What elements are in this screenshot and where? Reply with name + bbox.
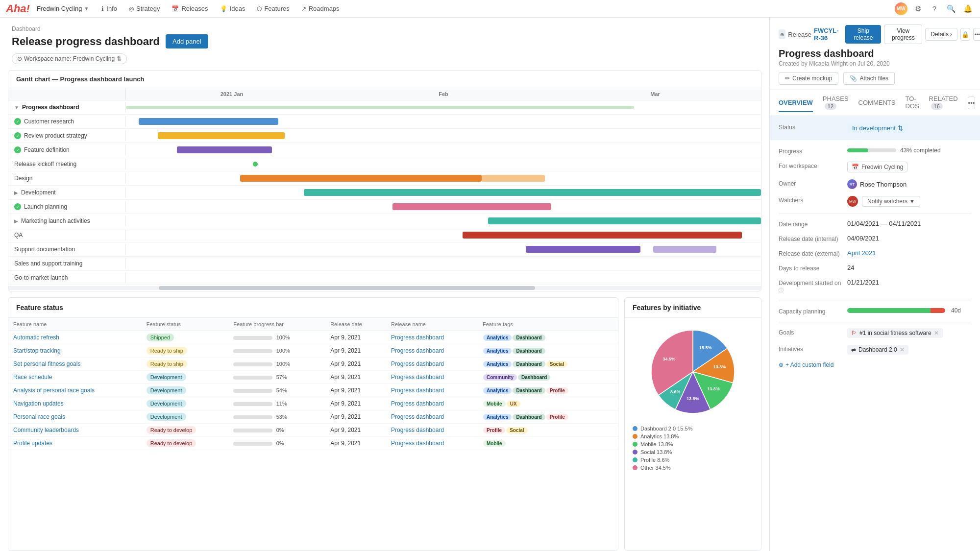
create-mockup-button[interactable]: ✏ Create mockup <box>779 72 838 85</box>
status-badge: Development <box>147 400 186 407</box>
ship-release-button[interactable]: Ship release <box>845 25 881 44</box>
release-name-link[interactable]: Progress dashboard <box>391 374 444 381</box>
page-title-row: Release progress dashboard Add panel <box>12 34 758 48</box>
gantt-row-text: Development <box>21 189 56 196</box>
release-name-link[interactable]: Progress dashboard <box>391 334 444 341</box>
ideas-icon: 💡 <box>220 5 227 12</box>
nav-item-info[interactable]: ℹ Info <box>96 2 123 15</box>
attach-files-button[interactable]: 📎 Attach files <box>843 72 895 85</box>
nav-item-ideas[interactable]: 💡 Ideas <box>214 2 251 15</box>
nav-item-releases[interactable]: 📅 Releases <box>166 2 214 15</box>
goal-remove[interactable]: ✕ <box>934 330 939 336</box>
feature-tags-cell: AnalyticsDashboard <box>478 331 618 344</box>
dev-started-row: Development started on ⓘ 01/21/2021 <box>779 279 971 294</box>
gantt-row: Design <box>8 171 761 186</box>
col-feature-name: Feature name <box>8 318 142 331</box>
tab-overview[interactable]: OVERVIEW <box>779 94 813 112</box>
progress-pct: 53% <box>276 414 287 420</box>
nav-item-roadmaps[interactable]: ↗ Roadmaps <box>295 2 345 15</box>
pie-label: 13.8% <box>707 386 720 391</box>
feature-name-link[interactable]: Navigation updates <box>13 400 64 407</box>
notifications-icon[interactable]: 🔔 <box>961 2 974 15</box>
initiative-remove[interactable]: ✕ <box>900 346 905 353</box>
gantt-row-label: ▶ Marketing launch activities <box>8 216 126 226</box>
settings-icon[interactable]: ⚙ <box>911 2 924 15</box>
release-name-link[interactable]: Progress dashboard <box>391 440 444 447</box>
gantt-row-label: ✓ Review product strategy <box>8 130 126 141</box>
feature-status-cell: Ready to develop <box>142 424 229 437</box>
feature-name-link[interactable]: Race schedule <box>13 374 52 381</box>
gantt-row-text: Design <box>14 175 32 182</box>
capacity-fill-green <box>847 308 931 313</box>
more-tabs-icon[interactable]: ••• <box>968 96 976 109</box>
progress-bar-wrap <box>233 362 272 366</box>
workspace-chip[interactable]: 📅 Fredwin Cycling <box>847 162 907 172</box>
tab-phases[interactable]: PHASES 12 <box>823 90 849 116</box>
release-name-link[interactable]: Progress dashboard <box>391 427 444 433</box>
table-row: Race schedule Development 57% Apr 9, 202… <box>8 371 618 384</box>
feature-name-cell: Navigation updates <box>8 397 142 410</box>
search-icon[interactable]: 🔍 <box>945 2 957 15</box>
workspace-filter-chip[interactable]: ⊙ Workspace name: Fredwin Cycling ⇅ <box>12 53 127 64</box>
chevron-down-icon[interactable]: ▼ <box>14 105 19 110</box>
release-name-link[interactable]: Progress dashboard <box>391 413 444 420</box>
details-button[interactable]: Details › <box>925 28 957 41</box>
add-custom-field-button[interactable]: ⊕ + Add custom field <box>779 361 971 368</box>
nav-item-strategy[interactable]: ◎ Strategy <box>123 2 166 15</box>
tab-related[interactable]: RELATED 16 <box>929 90 958 116</box>
capacity-suffix: 40d <box>951 307 961 314</box>
user-avatar[interactable]: MW <box>895 2 907 15</box>
gantt-row-text: Release kickoff meeting <box>14 161 76 168</box>
progress-bar-wrap <box>233 442 272 446</box>
gantt-bar-area <box>126 143 761 157</box>
gantt-bar-area <box>126 271 761 285</box>
tab-comments[interactable]: COMMENTS <box>858 94 896 112</box>
feature-name-link[interactable]: Profile updates <box>13 440 52 447</box>
release-name-link[interactable]: Progress dashboard <box>391 387 444 394</box>
initiative-tag[interactable]: ⇌ Dashboard 2.0 ✕ <box>847 345 908 355</box>
release-name-link[interactable]: Progress dashboard <box>391 360 444 367</box>
progress-row: Progress 43% completed <box>779 147 971 155</box>
help-icon[interactable]: ? <box>928 2 941 15</box>
main-container: Dashboard Release progress dashboard Add… <box>0 18 980 551</box>
feature-progress-cell: 100% <box>228 344 325 358</box>
left-panel: Dashboard Release progress dashboard Add… <box>0 18 769 551</box>
feature-name-link[interactable]: Community leaderboards <box>13 427 79 433</box>
lock-icon[interactable]: 🔒 <box>960 28 970 41</box>
status-dropdown[interactable]: In development ⇅ <box>847 123 908 133</box>
add-panel-button[interactable]: Add panel <box>166 34 208 48</box>
notify-watchers-button[interactable]: Notify watchers ▼ <box>862 196 920 207</box>
view-progress-button[interactable]: View progress <box>884 24 922 44</box>
attach-files-label: Attach files <box>859 75 888 82</box>
feature-name-link[interactable]: Set personal fitness goals <box>13 360 80 367</box>
gantt-bar-secondary <box>653 246 717 253</box>
add-custom-label: + Add custom field <box>785 361 833 368</box>
gantt-bar <box>526 246 640 253</box>
workspace-selector[interactable]: Fredwin Cycling ▼ <box>33 3 93 14</box>
feature-name-link[interactable]: Analysis of personal race goals <box>13 387 95 394</box>
tab-todos[interactable]: TO-DOS <box>905 90 919 116</box>
chevron-right-icon[interactable]: ▶ <box>14 190 18 195</box>
gantt-scrollbar[interactable] <box>8 286 761 290</box>
gantt-bar-secondary <box>482 175 545 182</box>
gantt-row: ✓ Review product strategy <box>8 129 761 143</box>
goal-tag[interactable]: 🏳 #1 in social fitness software ✕ <box>847 328 943 338</box>
goals-value: 🏳 #1 in social fitness software ✕ <box>847 328 971 338</box>
chevron-right-icon[interactable]: ▶ <box>14 218 18 224</box>
release-name-link[interactable]: Progress dashboard <box>391 400 444 407</box>
nav-label-ideas: Ideas <box>230 5 245 12</box>
gantt-row-label: ✓ Customer research <box>8 116 126 127</box>
feature-name-link[interactable]: Personal race goals <box>13 413 65 420</box>
release-date-cell: Apr 9, 2021 <box>325 397 386 410</box>
feature-name-link[interactable]: Automatic refresh <box>13 334 59 341</box>
more-options-icon[interactable]: ••• <box>973 28 980 41</box>
nav-item-features[interactable]: ⬡ Features <box>251 2 295 15</box>
feature-status-title: Feature status <box>8 298 618 318</box>
feature-status-cell: Ready to ship <box>142 344 229 358</box>
filter-chip-caret: ⇅ <box>117 55 122 62</box>
release-date-cell: Apr 9, 2021 <box>325 384 386 397</box>
feature-name-link[interactable]: Start/stop tracking <box>13 347 61 354</box>
gantt-row-text: Sales and support training <box>14 260 82 267</box>
progress-fill <box>847 148 868 152</box>
release-name-link[interactable]: Progress dashboard <box>391 347 444 354</box>
